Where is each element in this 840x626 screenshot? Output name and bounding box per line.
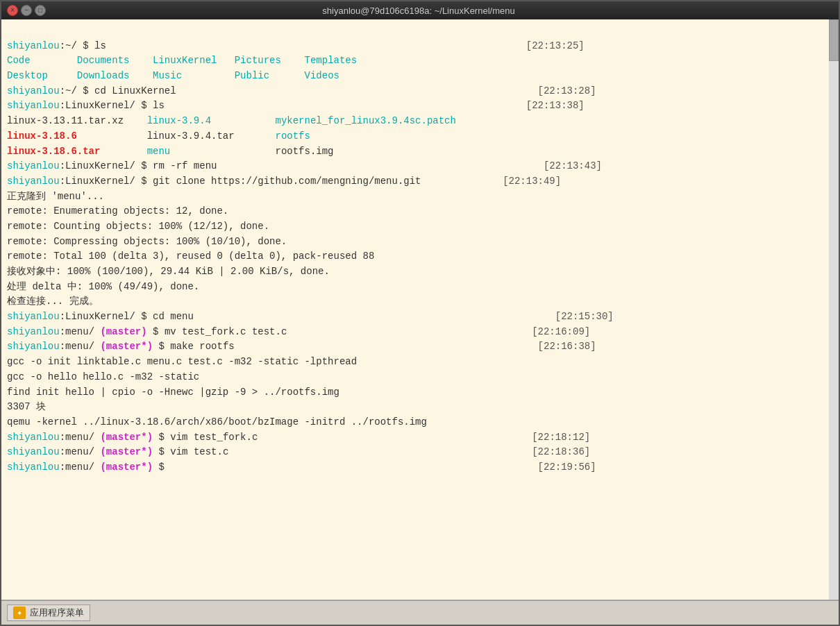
app-menu-icon: ✦: [13, 607, 26, 619]
terminal-content: shiyanlou:~/ $ ls [22:13:25] Code Docume…: [7, 24, 833, 490]
terminal-body[interactable]: shiyanlou:~/ $ ls [22:13:25] Code Docume…: [1, 19, 839, 600]
window-title: shiyanlou@79d106c6198a: ~/LinuxKernel/me…: [322, 6, 514, 16]
minimize-button[interactable]: −: [21, 5, 32, 16]
window-controls[interactable]: × − □: [7, 5, 46, 16]
taskbar-app-menu[interactable]: ✦ 应用程序菜单: [7, 604, 90, 621]
scrollbar-thumb[interactable]: [829, 19, 839, 61]
taskbar: ✦ 应用程序菜单: [1, 600, 839, 625]
close-button[interactable]: ×: [7, 5, 18, 16]
maximize-button[interactable]: □: [35, 5, 46, 16]
terminal-window: × − □ shiyanlou@79d106c6198a: ~/LinuxKer…: [0, 0, 840, 626]
taskbar-app-label: 应用程序菜单: [30, 607, 84, 619]
title-bar: × − □ shiyanlou@79d106c6198a: ~/LinuxKer…: [1, 1, 839, 19]
scrollbar[interactable]: [829, 19, 839, 600]
